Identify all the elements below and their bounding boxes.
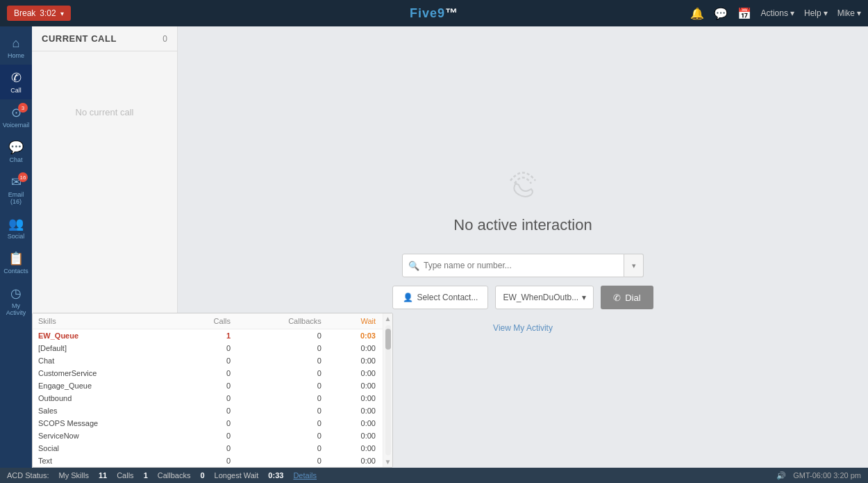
- scroll-track: [385, 325, 391, 455]
- sidebar-item-voicemail[interactable]: ⊙ Voicemail 3: [0, 99, 32, 134]
- break-button[interactable]: Break 3:02 ▾: [7, 6, 71, 21]
- sidebar-item-call[interactable]: ✆ Call: [0, 65, 32, 99]
- panel-header: CURRENT CALL 0: [32, 26, 177, 51]
- phone-icon-area: [495, 161, 551, 205]
- no-call-phone-icon: [495, 161, 551, 203]
- break-label: Break: [14, 8, 35, 18]
- dial-button[interactable]: ✆ Dial: [601, 286, 653, 309]
- myactivity-icon: ◷: [10, 286, 22, 301]
- calendar-icon[interactable]: 📅: [737, 7, 751, 20]
- sidebar-item-home[interactable]: ⌂ Home: [0, 31, 32, 65]
- sidebar-item-label-social: Social: [8, 233, 25, 240]
- search-input[interactable]: [424, 261, 618, 270]
- status-bar-right: 🔊 GMT-06:00 3:20 pm: [776, 471, 861, 480]
- break-dropdown-arrow: ▾: [60, 10, 64, 17]
- sidebar-item-label-home: Home: [8, 52, 24, 59]
- search-dropdown-button[interactable]: ▾: [624, 254, 644, 277]
- callbacks-cell: 0: [236, 404, 327, 417]
- calls-cell: 0: [178, 442, 236, 455]
- voicemail-badge: 3: [18, 103, 28, 113]
- col-wait: Wait: [327, 313, 381, 329]
- campaign-dropdown-button[interactable]: EW_WhenDuOutb... ▾: [495, 286, 594, 309]
- social-icon: 👥: [8, 216, 24, 231]
- callbacks-cell: 0: [236, 354, 327, 367]
- sidebar-item-label-call: Call: [10, 87, 22, 94]
- callbacks-cell: 0: [236, 442, 327, 455]
- user-menu-button[interactable]: Mike ▾: [837, 8, 861, 18]
- top-bar-center: Five9™: [410, 6, 458, 21]
- break-time: 3:02: [40, 8, 56, 18]
- actions-button[interactable]: Actions ▾: [761, 8, 794, 18]
- table-row: ServiceNow 0 0 0:00: [33, 429, 392, 442]
- queue-scrollbar[interactable]: ▲ ▼: [383, 313, 392, 467]
- time-info: GMT-06:00 3:20 pm: [793, 471, 861, 480]
- email-badge: 16: [18, 172, 28, 182]
- view-activity-link[interactable]: View My Activity: [493, 323, 553, 333]
- wait-cell: 0:00: [327, 342, 381, 354]
- col-skills: Skills: [33, 313, 178, 329]
- skill-cell: Outbound: [33, 392, 178, 404]
- select-contact-button[interactable]: 👤 Select Contact...: [392, 286, 488, 309]
- scroll-up-icon[interactable]: ▲: [383, 313, 392, 324]
- wait-cell: 0:00: [327, 404, 381, 417]
- chat-sidebar-icon: 💬: [8, 140, 24, 155]
- calls-cell: 0: [178, 379, 236, 392]
- skill-cell: Sales: [33, 404, 178, 417]
- top-bar-right: 🔔 💬 📅 Actions ▾ Help ▾ Mike ▾: [690, 7, 861, 20]
- callbacks-cell: 0: [236, 392, 327, 404]
- wait-cell: 0:00: [327, 379, 381, 392]
- sidebar-item-email[interactable]: ✉ Email (16) 16: [0, 169, 32, 211]
- table-row: SCOPS Message 0 0 0:00: [33, 417, 392, 429]
- calls-value: 1: [144, 471, 148, 480]
- skill-cell: [Default]: [33, 342, 178, 354]
- callbacks-label: Callbacks: [158, 471, 191, 480]
- status-bar: ACD Status: My Skills 11 Calls 1 Callbac…: [0, 468, 868, 483]
- wait-cell: 0:00: [327, 455, 381, 467]
- callbacks-cell: 0: [236, 342, 327, 354]
- table-row: Sales 0 0 0:00: [33, 404, 392, 417]
- calls-cell: 0: [178, 354, 236, 367]
- sidebar-item-myactivity[interactable]: ◷ My Activity: [0, 280, 32, 322]
- longest-wait-label: Longest Wait: [215, 471, 259, 480]
- table-row: Social 0 0 0:00: [33, 442, 392, 455]
- calls-label: Calls: [117, 471, 133, 480]
- volume-icon[interactable]: 🔊: [776, 471, 786, 480]
- col-callbacks: Callbacks: [236, 313, 327, 329]
- campaign-label: EW_WhenDuOutb...: [503, 293, 578, 302]
- top-bar-left: Break 3:02 ▾: [7, 6, 71, 21]
- table-row: Text 0 0 0:00: [33, 455, 392, 467]
- calls-cell: 1: [178, 329, 236, 343]
- col-calls: Calls: [178, 313, 236, 329]
- sidebar-item-label-email: Email (16): [3, 191, 29, 205]
- help-button[interactable]: Help ▾: [804, 8, 828, 18]
- callbacks-cell: 0: [236, 329, 327, 343]
- wait-cell: 0:00: [327, 429, 381, 442]
- calls-cell: 0: [178, 417, 236, 429]
- sidebar-item-social[interactable]: 👥 Social: [0, 211, 32, 245]
- sidebar-item-label-myactivity: My Activity: [3, 302, 29, 316]
- wait-cell: 0:00: [327, 354, 381, 367]
- search-row: 🔍 ▾: [402, 254, 644, 277]
- home-icon: ⌂: [12, 36, 20, 51]
- sidebar-item-label-voicemail: Voicemail: [3, 122, 30, 129]
- top-bar: Break 3:02 ▾ Five9™ 🔔 💬 📅 Actions ▾ Help…: [0, 0, 868, 26]
- sidebar: ⌂ Home ✆ Call ⊙ Voicemail 3 💬 Chat ✉ Ema…: [0, 26, 32, 468]
- action-row: 👤 Select Contact... EW_WhenDuOutb... ▾ ✆…: [392, 286, 653, 309]
- wait-cell: 0:00: [327, 442, 381, 455]
- scroll-down-icon[interactable]: ▼: [383, 457, 392, 467]
- sidebar-item-chat[interactable]: 💬 Chat: [0, 134, 32, 169]
- queue-section: Skills Calls Callbacks Wait EW_Queue 1 0…: [32, 313, 393, 468]
- notifications-icon[interactable]: 🔔: [690, 7, 704, 20]
- campaign-dropdown-arrow: ▾: [582, 293, 586, 302]
- skill-cell: ServiceNow: [33, 429, 178, 442]
- table-row: CustomerService 0 0 0:00: [33, 367, 392, 379]
- skill-cell: EW_Queue: [33, 329, 178, 343]
- calls-cell: 0: [178, 342, 236, 354]
- callbacks-cell: 0: [236, 417, 327, 429]
- scroll-thumb: [385, 329, 391, 350]
- sidebar-item-contacts[interactable]: 📋 Contacts: [0, 245, 32, 280]
- details-link[interactable]: Details: [293, 471, 317, 480]
- callbacks-cell: 0: [236, 367, 327, 379]
- wait-cell: 0:00: [327, 417, 381, 429]
- chat-icon[interactable]: 💬: [714, 7, 728, 20]
